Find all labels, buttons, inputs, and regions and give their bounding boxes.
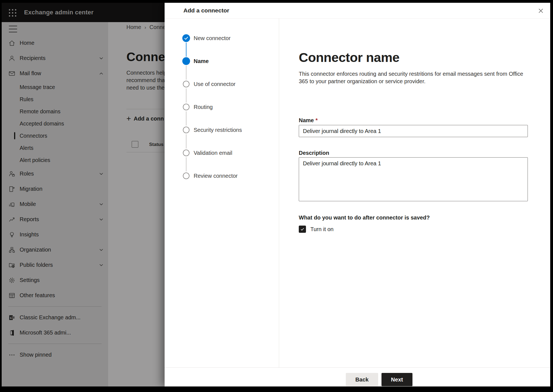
step-label: New connector (194, 34, 230, 42)
step-name[interactable]: Name (165, 57, 279, 65)
step-upcoming-icon (183, 150, 189, 156)
step-connector-line (186, 43, 186, 57)
step-label: Validation email (194, 149, 232, 157)
name-input[interactable] (299, 125, 528, 137)
step-review-connector[interactable]: Review connector (165, 172, 279, 180)
step-label: Security restrictions (194, 126, 242, 134)
back-button[interactable]: Back (346, 373, 378, 386)
step-validation-email[interactable]: Validation email (165, 149, 279, 157)
required-marker: * (315, 117, 318, 123)
step-label: Review connector (194, 172, 238, 180)
next-button[interactable]: Next (381, 373, 412, 386)
description-label: Description (299, 150, 329, 156)
dialog-footer: Back Next (165, 367, 550, 386)
close-icon[interactable] (536, 6, 545, 15)
step-connector-line (186, 66, 186, 80)
step-use-of-connector[interactable]: Use of connector (165, 80, 279, 88)
dialog-title: Add a connector (183, 3, 229, 18)
step-label: Routing (194, 103, 213, 111)
step-upcoming-icon (183, 81, 189, 87)
step-security-restrictions[interactable]: Security restrictions (165, 126, 279, 134)
step-routing[interactable]: Routing (165, 103, 279, 111)
step-completed-icon (182, 34, 190, 42)
step-label: Use of connector (194, 80, 235, 88)
after-save-question: What do you want to do after connector i… (299, 215, 430, 221)
step-upcoming-icon (183, 104, 189, 110)
turn-it-on-checkbox[interactable] (299, 226, 306, 233)
turn-on-row: Turn it on (299, 226, 334, 233)
step-upcoming-icon (183, 173, 189, 179)
dialog-content: Connector name This connector enforces r… (279, 18, 550, 368)
step-current-icon (182, 57, 190, 65)
screenshot-root: Exchange admin center HomeRecipientsMail… (0, 0, 553, 392)
step-connector-line (186, 134, 186, 148)
step-upcoming-icon (183, 127, 189, 133)
add-connector-dialog: Add a connector New connectorNameUse of … (165, 3, 550, 386)
step-new-connector[interactable]: New connector (165, 34, 279, 42)
turn-it-on-label: Turn it on (310, 226, 334, 232)
step-label: Name (194, 57, 209, 65)
step-connector-line (186, 88, 186, 103)
description-textarea[interactable]: Deliver journal directly to Area 1 (299, 157, 528, 201)
step-heading: Connector name (299, 50, 399, 65)
app-window: Exchange admin center HomeRecipientsMail… (2, 3, 550, 386)
wizard-stepper: New connectorNameUse of connectorRouting… (165, 18, 279, 368)
step-connector-line (186, 111, 186, 126)
name-label: Name* (299, 117, 318, 124)
dialog-header: Add a connector (165, 3, 550, 19)
step-connector-line (186, 157, 186, 171)
step-description: This connector enforces routing and secu… (299, 70, 530, 85)
